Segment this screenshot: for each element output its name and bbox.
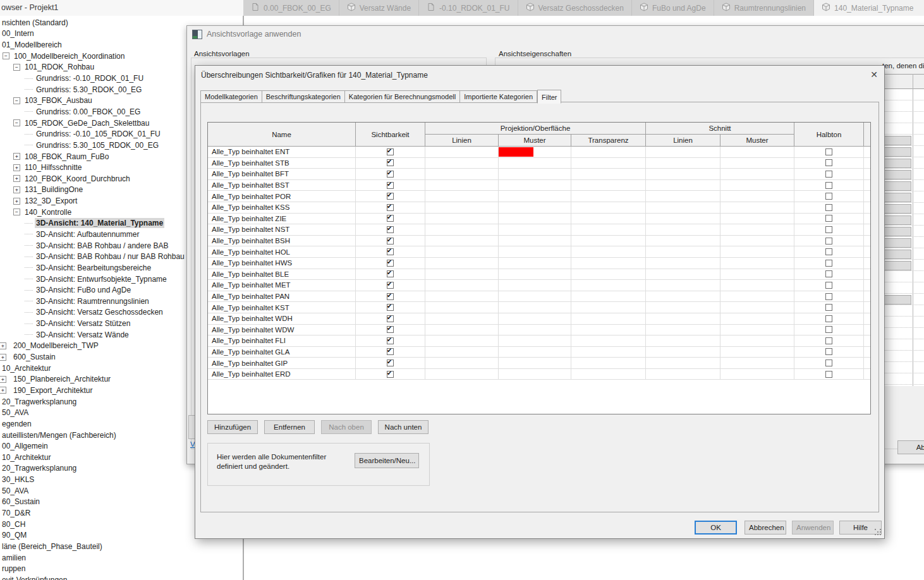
transparency-cell[interactable] — [571, 191, 646, 202]
tab-filter[interactable]: Filter — [537, 90, 561, 104]
spacer-cell[interactable] — [864, 214, 870, 224]
table-row[interactable]: Alle_Typ beinhaltet GLA — [208, 347, 870, 358]
tree-item-label[interactable]: 01_Modellbereich — [1, 40, 63, 50]
ok-button[interactable]: OK — [695, 521, 737, 535]
background-cancel-button[interactable]: Abbre — [897, 440, 924, 454]
projection-lines-cell[interactable] — [425, 180, 499, 191]
spacer-cell[interactable] — [864, 369, 870, 380]
section-lines-cell[interactable] — [646, 313, 720, 324]
halftone-checkbox[interactable] — [825, 159, 832, 166]
section-pattern-cell[interactable] — [720, 280, 794, 291]
transparency-cell[interactable] — [571, 147, 646, 157]
visibility-cell[interactable] — [356, 246, 425, 257]
section-lines-cell[interactable] — [646, 335, 720, 346]
halftone-checkbox[interactable] — [825, 326, 832, 333]
section-lines-cell[interactable] — [646, 224, 720, 235]
view-tab[interactable]: Versatz Geschossdecken — [518, 0, 632, 16]
spacer-cell[interactable] — [864, 202, 870, 213]
spacer-cell[interactable] — [864, 335, 870, 346]
projection-lines-cell[interactable] — [425, 325, 499, 335]
table-row[interactable]: Alle_Typ beinhaltet ERD — [208, 369, 870, 380]
table-row[interactable]: Alle_Typ beinhaltet POR — [208, 191, 870, 202]
transparency-cell[interactable] — [571, 291, 646, 302]
add-filter-button[interactable]: Hinzufügen — [207, 420, 258, 434]
visibility-checkbox[interactable] — [387, 215, 394, 222]
visibility-checkbox[interactable] — [387, 226, 394, 233]
halftone-cell[interactable] — [794, 258, 864, 269]
halftone-cell[interactable] — [794, 236, 864, 246]
table-row[interactable]: Alle_Typ beinhaltet HWS — [208, 258, 870, 269]
section-lines-cell[interactable] — [646, 369, 720, 380]
halftone-checkbox[interactable] — [825, 359, 832, 366]
tree-item-label[interactable]: 00_Intern — [1, 28, 35, 39]
expand-icon[interactable]: + — [0, 342, 6, 349]
halftone-checkbox[interactable] — [825, 204, 832, 211]
projection-lines-cell[interactable] — [425, 258, 499, 269]
section-lines-cell[interactable] — [646, 214, 720, 224]
visibility-checkbox[interactable] — [387, 371, 394, 378]
visibility-cell[interactable] — [356, 180, 425, 191]
tree-item-label[interactable]: 105_RDOK_GeDe_Dach_Skelettbau — [23, 118, 150, 128]
tree-item-label[interactable]: 70_D&R — [1, 508, 32, 518]
halftone-cell[interactable] — [794, 335, 864, 346]
section-pattern-cell[interactable] — [720, 214, 794, 224]
visibility-cell[interactable] — [356, 291, 425, 302]
halftone-checkbox[interactable] — [825, 193, 832, 200]
transparency-cell[interactable] — [571, 313, 646, 324]
move-down-button[interactable]: Nach unten — [378, 420, 429, 434]
table-row[interactable]: Alle_Typ beinhaltet ENT — [208, 147, 870, 158]
transparency-cell[interactable] — [571, 302, 646, 313]
transparency-cell[interactable] — [571, 169, 646, 179]
projection-lines-cell[interactable] — [425, 191, 499, 202]
visibility-checkbox[interactable] — [387, 204, 394, 211]
projection-lines-cell[interactable] — [425, 369, 499, 380]
table-row[interactable]: Alle_Typ beinhaltet MET — [208, 280, 870, 291]
halftone-cell[interactable] — [794, 246, 864, 257]
projection-pattern-cell[interactable] — [499, 313, 571, 324]
section-pattern-cell[interactable] — [720, 302, 794, 313]
visibility-checkbox[interactable] — [387, 182, 394, 189]
visibility-cell[interactable] — [356, 358, 425, 368]
halftone-checkbox[interactable] — [825, 337, 832, 344]
projection-pattern-cell[interactable] — [499, 258, 571, 269]
halftone-cell[interactable] — [794, 224, 864, 235]
transparency-cell[interactable] — [571, 158, 646, 169]
cancel-button[interactable]: Abbrechen — [745, 521, 786, 535]
table-row[interactable]: Alle_Typ beinhaltet NST — [208, 224, 870, 236]
view-tab[interactable]: 0.00_FBOK_00_EG — [243, 0, 339, 16]
visibility-cell[interactable] — [356, 313, 425, 324]
visibility-cell[interactable] — [356, 269, 425, 280]
projection-lines-cell[interactable] — [425, 302, 499, 313]
collapse-icon[interactable]: − — [3, 52, 9, 59]
halftone-checkbox[interactable] — [825, 238, 832, 245]
halftone-checkbox[interactable] — [825, 371, 832, 378]
visibility-checkbox[interactable] — [387, 270, 394, 277]
view-tab[interactable]: Raumtrennungslinien — [714, 0, 814, 16]
tree-item-label[interactable]: 3D-Ansicht: Entwurfsobjekte_Typname — [35, 274, 168, 284]
expand-icon[interactable]: + — [13, 198, 20, 205]
halftone-cell[interactable] — [794, 214, 864, 224]
spacer-cell[interactable] — [864, 347, 870, 358]
projection-lines-cell[interactable] — [425, 246, 499, 257]
visibility-cell[interactable] — [356, 147, 425, 157]
visibility-cell[interactable] — [356, 335, 425, 346]
section-pattern-cell[interactable] — [720, 246, 794, 257]
tab-kategorien-f-r-berechnungsmodell[interactable]: Kategorien für Berechnungsmodell — [345, 90, 460, 103]
tree-item-label[interactable]: 20_Tragwerksplanung — [1, 397, 78, 407]
tree-item-label[interactable]: läne (Bereich_Phase_Bauteil) — [1, 541, 104, 552]
tree-item-label[interactable]: 190_Export_Architektur — [12, 385, 94, 396]
section-lines-cell[interactable] — [646, 180, 720, 191]
section-pattern-cell[interactable] — [720, 325, 794, 335]
spacer-cell[interactable] — [864, 224, 870, 235]
halftone-cell[interactable] — [794, 302, 864, 313]
tree-item-label[interactable]: 131_BuildingOne — [23, 184, 84, 195]
visibility-checkbox[interactable] — [387, 159, 394, 166]
tree-item-label[interactable]: 132_3D_Export — [23, 196, 78, 206]
halftone-checkbox[interactable] — [825, 293, 832, 300]
projection-pattern-cell[interactable] — [499, 369, 571, 380]
projection-pattern-cell[interactable] — [499, 214, 571, 224]
visibility-cell[interactable] — [356, 258, 425, 269]
visibility-cell[interactable] — [356, 369, 425, 380]
tree-item-label[interactable]: 140_Kontrolle — [23, 207, 73, 217]
projection-pattern-cell[interactable] — [499, 147, 571, 157]
